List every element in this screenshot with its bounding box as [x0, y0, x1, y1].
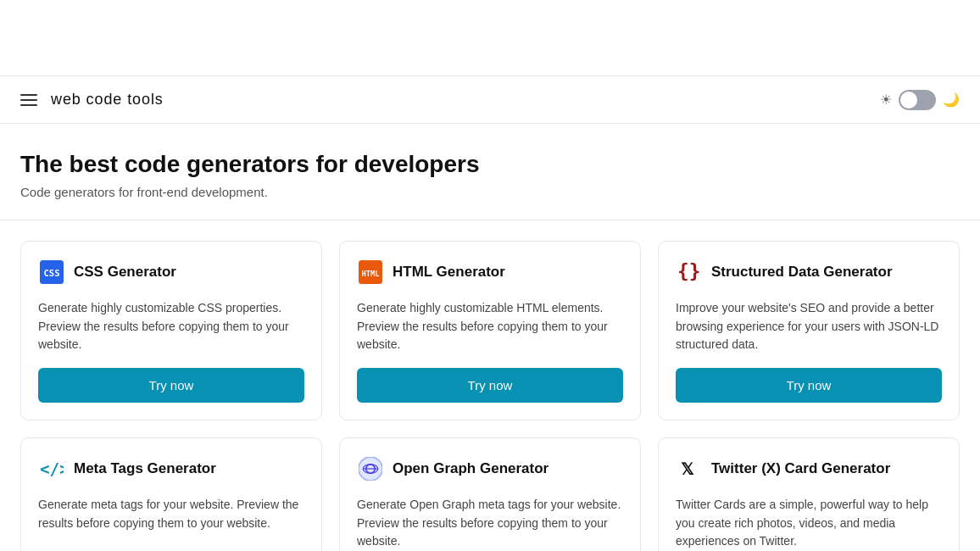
card-title-twitter-card-generator: Twitter (X) Card Generator [711, 460, 890, 477]
menu-icon[interactable] [20, 92, 37, 109]
card-header-css-generator: CSS CSS Generator [38, 259, 304, 286]
structured-icon: {} [676, 259, 703, 286]
card-meta-tags-generator: </> Meta Tags Generator Generate meta ta… [20, 437, 322, 551]
top-bar [0, 0, 980, 76]
card-html-generator: HTML HTML Generator Generate highly cust… [339, 241, 641, 420]
meta-icon: </> [38, 455, 65, 482]
card-title-structured-data-generator: Structured Data Generator [711, 264, 893, 281]
moon-icon: 🌙 [943, 92, 960, 108]
header-right: ☀ 🌙 [880, 90, 960, 110]
sun-icon: ☀ [880, 92, 892, 108]
card-title-open-graph-generator: Open Graph Generator [393, 460, 548, 477]
theme-toggle-knob [900, 92, 917, 109]
cards-grid: CSS CSS Generator Generate highly custom… [0, 220, 980, 551]
card-description-meta-tags-generator: Generate meta tags for your website. Pre… [38, 496, 304, 532]
logo: web code tools [51, 91, 164, 109]
header: web code tools ☀ 🌙 [0, 76, 980, 124]
svg-text:</>: </> [40, 459, 64, 479]
card-description-css-generator: Generate highly customizable CSS propert… [38, 299, 304, 354]
card-description-structured-data-generator: Improve your website's SEO and provide a… [676, 299, 942, 354]
card-header-twitter-card-generator: 𝕏 Twitter (X) Card Generator [676, 455, 942, 482]
header-left: web code tools [20, 91, 164, 109]
card-header-html-generator: HTML HTML Generator [357, 259, 623, 286]
theme-toggle[interactable] [899, 90, 936, 110]
og-icon [357, 455, 384, 482]
try-now-button-html-generator[interactable]: Try now [357, 368, 623, 403]
html-icon: HTML [357, 259, 384, 286]
card-title-html-generator: HTML Generator [393, 264, 505, 281]
hero-title: The best code generators for developers [20, 151, 960, 178]
card-structured-data-generator: {} Structured Data Generator Improve you… [658, 241, 960, 420]
svg-text:HTML: HTML [361, 270, 379, 278]
svg-text:{}: {} [677, 260, 700, 282]
css-icon: CSS [38, 259, 65, 286]
card-description-html-generator: Generate highly customizable HTML elemen… [357, 299, 623, 354]
card-open-graph-generator: Open Graph Generator Generate Open Graph… [339, 437, 641, 551]
try-now-button-structured-data-generator[interactable]: Try now [676, 368, 942, 403]
try-now-button-css-generator[interactable]: Try now [38, 368, 304, 403]
card-twitter-card-generator: 𝕏 Twitter (X) Card Generator Twitter Car… [658, 437, 960, 551]
card-header-meta-tags-generator: </> Meta Tags Generator [38, 455, 304, 482]
card-header-open-graph-generator: Open Graph Generator [357, 455, 623, 482]
svg-text:𝕏: 𝕏 [681, 460, 694, 478]
card-description-open-graph-generator: Generate Open Graph meta tags for your w… [357, 496, 623, 551]
card-title-css-generator: CSS Generator [74, 264, 176, 281]
card-css-generator: CSS CSS Generator Generate highly custom… [20, 241, 322, 420]
hero-subtitle: Code generators for front-end developmen… [20, 185, 960, 199]
card-header-structured-data-generator: {} Structured Data Generator [676, 259, 942, 286]
svg-text:CSS: CSS [44, 268, 60, 278]
hero-section: The best code generators for developers … [0, 124, 980, 220]
card-title-meta-tags-generator: Meta Tags Generator [74, 460, 216, 477]
card-description-twitter-card-generator: Twitter Cards are a simple, powerful way… [676, 496, 942, 551]
twitter-icon: 𝕏 [676, 455, 703, 482]
